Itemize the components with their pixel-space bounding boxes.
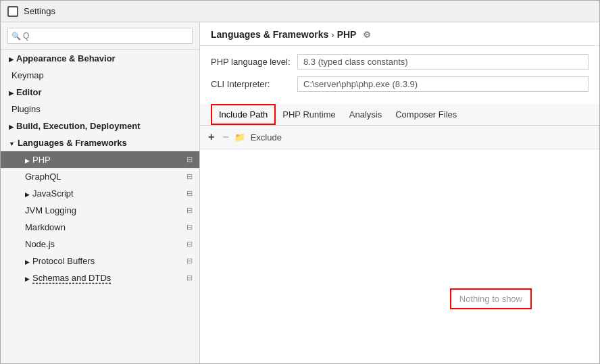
include-path-panel: + − 📁 Exclude Nothing to show: [200, 126, 599, 363]
add-icon: +: [208, 131, 214, 143]
sidebar-item-label: Keymap: [11, 70, 44, 80]
tabs-bar: Include Path PHP Runtime Analysis Compos…: [200, 104, 599, 126]
remove-icon: −: [222, 131, 228, 143]
chevron-right-icon: [9, 121, 14, 131]
sidebar-item-label: Editor: [16, 87, 42, 97]
nothing-to-show: Nothing to show: [450, 288, 532, 309]
sidebar-child-label: PHP: [32, 155, 51, 165]
sidebar-item-graphql[interactable]: GraphQL ⊟: [1, 168, 199, 185]
main-panel: Languages & Frameworks › PHP ⚙ PHP langu…: [200, 22, 599, 363]
exclude-label: Exclude: [251, 132, 282, 142]
sidebar-item-markdown[interactable]: Markdown ⊟: [1, 219, 199, 236]
chevron-right-icon: [25, 273, 30, 283]
sidebar-child-label: JavaScript: [32, 188, 74, 199]
tab-include-path[interactable]: Include Path: [211, 104, 276, 125]
search-icon: 🔍: [11, 32, 21, 41]
empty-area: Nothing to show: [200, 149, 599, 363]
breadcrumb: Languages & Frameworks › PHP ⚙: [211, 29, 371, 40]
tab-composer-files[interactable]: Composer Files: [389, 105, 464, 124]
search-wrapper: 🔍: [7, 28, 193, 44]
breadcrumb-current: PHP: [337, 29, 357, 40]
language-level-label: PHP language level:: [211, 57, 292, 67]
tab-analysis[interactable]: Analysis: [343, 105, 389, 124]
chevron-right-icon: [25, 256, 30, 266]
chevron-right-icon: [25, 155, 30, 165]
add-button[interactable]: +: [205, 130, 217, 145]
sidebar-child-label: Protocol Buffers: [32, 256, 95, 266]
sidebar-item-label: Plugins: [11, 104, 41, 114]
cli-interpreter-row: CLI Interpreter: C:\server\php\php.exe (…: [211, 76, 589, 92]
sidebar: 🔍 Appearance & Behavior Keymap Editor Pl…: [1, 22, 200, 363]
sidebar-item-appearance[interactable]: Appearance & Behavior: [1, 50, 199, 67]
sidebar-item-keymap[interactable]: Keymap: [1, 67, 199, 84]
page-icon: ⊟: [186, 155, 193, 164]
breadcrumb-separator: ›: [331, 30, 334, 40]
settings-form: PHP language level: 8.3 (typed class con…: [200, 46, 599, 104]
language-level-value[interactable]: 8.3 (typed class constants): [297, 54, 589, 70]
page-icon: ⊟: [186, 257, 193, 265]
sidebar-item-label: Build, Execution, Deployment: [16, 121, 140, 131]
folder-icon: 📁: [234, 132, 245, 142]
page-icon: ⊟: [186, 274, 193, 282]
sidebar-item-php[interactable]: PHP ⊟: [1, 151, 199, 168]
chevron-down-icon: [9, 138, 15, 148]
sidebar-item-editor[interactable]: Editor: [1, 84, 199, 101]
language-level-row: PHP language level: 8.3 (typed class con…: [211, 54, 589, 70]
main-content: 🔍 Appearance & Behavior Keymap Editor Pl…: [1, 22, 599, 363]
settings-icon[interactable]: ⚙: [363, 30, 371, 40]
title-bar: Settings: [1, 1, 599, 22]
cli-interpreter-value[interactable]: C:\server\php\php.exe (8.3.9): [297, 76, 589, 92]
window-title: Settings: [24, 6, 55, 16]
settings-window: Settings 🔍 Appearance & Behavior Keymap: [0, 0, 600, 364]
sidebar-child-label: GraphQL: [25, 172, 61, 182]
sidebar-item-label: Appearance & Behavior: [16, 53, 116, 63]
sidebar-item-languages[interactable]: Languages & Frameworks: [1, 134, 199, 151]
sidebar-item-nodejs[interactable]: Node.js ⊟: [1, 236, 199, 253]
sidebar-item-plugins[interactable]: Plugins: [1, 101, 199, 118]
remove-button[interactable]: −: [220, 130, 231, 145]
tab-php-runtime[interactable]: PHP Runtime: [276, 105, 343, 124]
sidebar-item-jvmlogging[interactable]: JVM Logging ⊟: [1, 202, 199, 219]
main-header: Languages & Frameworks › PHP ⚙: [200, 22, 599, 46]
toolbar-row: + − 📁 Exclude: [200, 126, 599, 149]
sidebar-item-javascript[interactable]: JavaScript ⊟: [1, 185, 199, 202]
app-icon: [7, 6, 18, 17]
search-input[interactable]: [7, 28, 193, 44]
sidebar-item-protocolbuffers[interactable]: Protocol Buffers ⊟: [1, 253, 199, 269]
sidebar-child-label: Node.js: [25, 239, 55, 249]
sidebar-item-label: Languages & Frameworks: [18, 138, 127, 148]
svg-rect-0: [9, 7, 17, 16]
page-icon: ⊟: [186, 223, 193, 232]
page-icon: ⊟: [186, 189, 193, 198]
search-container: 🔍: [1, 22, 199, 50]
sidebar-child-label: JVM Logging: [25, 205, 76, 215]
chevron-right-icon: [25, 188, 30, 199]
chevron-right-icon: [9, 53, 14, 63]
breadcrumb-parent: Languages & Frameworks: [211, 29, 328, 40]
sidebar-item-build[interactable]: Build, Execution, Deployment: [1, 118, 199, 134]
page-icon: ⊟: [186, 206, 193, 215]
chevron-right-icon: [9, 87, 14, 97]
cli-interpreter-label: CLI Interpreter:: [211, 79, 292, 89]
sidebar-item-schemasanddtds[interactable]: Schemas and DTDs ⊟: [1, 269, 199, 286]
page-icon: ⊟: [186, 240, 193, 249]
sidebar-child-label: Schemas and DTDs: [32, 273, 111, 283]
sidebar-child-label: Markdown: [25, 222, 66, 232]
page-icon: ⊟: [186, 172, 193, 181]
